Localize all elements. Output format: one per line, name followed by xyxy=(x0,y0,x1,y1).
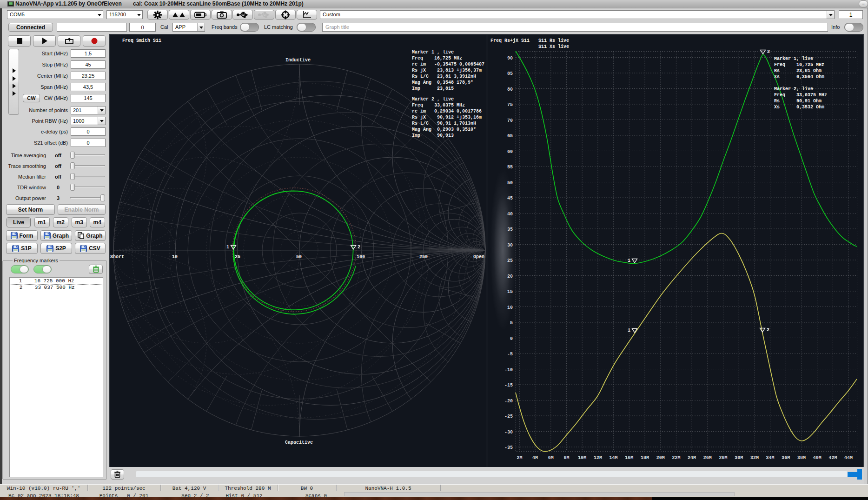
svg-text:12M: 12M xyxy=(594,455,602,460)
svg-text:32M: 32M xyxy=(750,455,759,460)
svg-text:-20: -20 xyxy=(504,399,513,404)
svg-text:S11 Xs live: S11 Xs live xyxy=(538,44,569,49)
svg-text:34M: 34M xyxy=(766,455,775,460)
svg-text:4M: 4M xyxy=(532,455,538,460)
svg-text:Capacitive: Capacitive xyxy=(285,440,313,445)
svg-text:14M: 14M xyxy=(610,455,618,460)
svg-text:8M: 8M xyxy=(563,455,569,460)
svg-text:30M: 30M xyxy=(735,455,743,460)
svg-text:10M: 10M xyxy=(578,455,586,460)
svg-text:1: 1 xyxy=(226,245,229,250)
svg-text:2: 2 xyxy=(358,245,360,250)
svg-text:0: 0 xyxy=(510,336,513,341)
svg-text:1: 1 xyxy=(628,328,630,333)
svg-text:10: 10 xyxy=(507,305,513,310)
svg-text:5: 5 xyxy=(510,320,513,326)
svg-text:250: 250 xyxy=(419,254,428,260)
svg-text:44M: 44M xyxy=(844,455,853,460)
svg-text:28M: 28M xyxy=(719,455,727,460)
svg-text:10: 10 xyxy=(172,254,178,260)
svg-text:25: 25 xyxy=(235,254,240,260)
svg-text:50: 50 xyxy=(296,254,302,260)
svg-text:35: 35 xyxy=(507,227,513,232)
svg-text:Inductive: Inductive xyxy=(285,58,311,63)
svg-text:24M: 24M xyxy=(688,455,696,460)
svg-text:Short: Short xyxy=(110,254,124,260)
svg-text:70: 70 xyxy=(507,118,513,123)
svg-text:25: 25 xyxy=(507,258,513,263)
svg-text:55: 55 xyxy=(507,165,513,170)
svg-text:20: 20 xyxy=(507,274,513,279)
svg-text:65: 65 xyxy=(507,133,513,139)
svg-text:-30: -30 xyxy=(504,430,513,435)
svg-text:60: 60 xyxy=(507,149,513,154)
svg-text:36M: 36M xyxy=(782,455,790,460)
svg-text:45: 45 xyxy=(507,196,513,201)
svg-text:15: 15 xyxy=(507,289,513,294)
svg-text:-25: -25 xyxy=(504,414,513,419)
svg-text:1: 1 xyxy=(628,258,630,263)
svg-text:6M: 6M xyxy=(548,455,554,460)
svg-text:40: 40 xyxy=(507,212,513,217)
svg-text:-5: -5 xyxy=(507,352,513,357)
svg-text:20M: 20M xyxy=(656,455,665,460)
svg-text:80: 80 xyxy=(507,87,513,92)
svg-text:26M: 26M xyxy=(703,455,712,460)
svg-text:2: 2 xyxy=(767,327,769,333)
svg-text:Freq Smith S11: Freq Smith S11 xyxy=(122,38,161,43)
svg-text:Open: Open xyxy=(473,254,484,260)
svg-text:18M: 18M xyxy=(641,455,649,460)
svg-text:100: 100 xyxy=(357,254,365,260)
svg-text:30: 30 xyxy=(507,243,513,248)
svg-text:16M: 16M xyxy=(625,455,633,460)
svg-text:S11 Rs live: S11 Rs live xyxy=(538,38,569,43)
svg-text:22M: 22M xyxy=(672,455,680,460)
svg-text:38M: 38M xyxy=(797,455,806,460)
svg-text:50: 50 xyxy=(507,180,513,186)
svg-text:Freq Rs+jX S11: Freq Rs+jX S11 xyxy=(490,38,530,43)
svg-text:42M: 42M xyxy=(828,455,837,460)
svg-text:90: 90 xyxy=(507,56,513,61)
svg-text:-15: -15 xyxy=(504,383,513,388)
svg-text:85: 85 xyxy=(507,71,513,76)
svg-text:2M: 2M xyxy=(517,455,522,460)
svg-text:2: 2 xyxy=(767,49,770,54)
svg-text:75: 75 xyxy=(507,102,513,107)
svg-text:40M: 40M xyxy=(813,455,822,460)
svg-text:-35: -35 xyxy=(504,445,513,450)
svg-text:-10: -10 xyxy=(504,367,513,373)
